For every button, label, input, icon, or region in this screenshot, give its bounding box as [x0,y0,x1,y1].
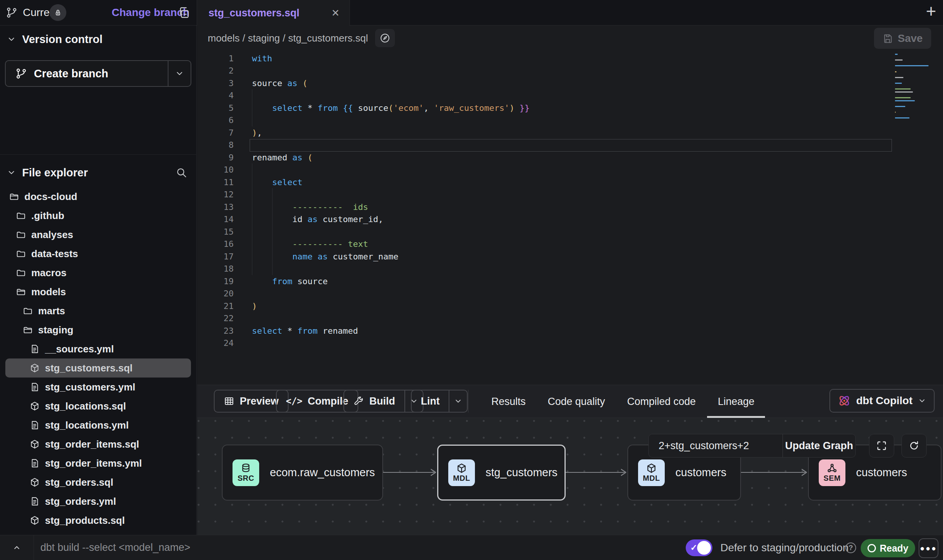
copy-branch-button[interactable] [178,6,192,20]
branch-locked-badge [50,4,66,21]
line-number: 15 [197,227,234,237]
lineage-node-ecom.raw_customers[interactable]: SRCecom.raw_customers [222,445,383,501]
code-line-17[interactable]: 17 name as customer_name [197,250,943,263]
ready-status-button[interactable]: Ready [861,539,915,557]
sidebar: Version control Create branch File explo… [0,26,197,535]
more-options-button[interactable]: ●●● [919,538,938,558]
model-cube-icon [30,401,40,411]
code-line-19[interactable]: 19 from source [197,275,943,288]
file-search-button[interactable] [176,167,188,179]
code-line-2[interactable]: 2 [197,65,943,77]
new-tab-button[interactable]: + [926,1,936,21]
tab-stg-customers-sql[interactable]: stg_customers.sql ✕ [197,0,350,26]
code-editor[interactable]: 1with23source as (45 select * from {{ so… [197,51,943,385]
file-tree-item-docs-cloud[interactable]: docs-cloud [5,187,191,206]
code-line-15[interactable]: 15 [197,226,943,238]
file-tree-item-stg_locations.yml[interactable]: stg_locations.yml [5,416,191,435]
create-branch-button[interactable]: Create branch [5,60,191,87]
folder-open-icon [23,325,33,335]
file-tree-item-stg_orders.yml[interactable]: stg_orders.yml [5,492,191,511]
code-line-22[interactable]: 22 [197,312,943,325]
panel-tab-code-quality[interactable]: Code quality [548,385,605,418]
file-tree-item-stg_customers.yml[interactable]: stg_customers.yml [5,378,191,397]
model-cube-icon [30,477,40,487]
line-number: 23 [197,326,234,336]
file-tree-item-staging[interactable]: staging [5,320,191,339]
line-content: select * from renamed [252,326,358,336]
defer-toggle[interactable]: ✓ [686,539,712,556]
code-line-9[interactable]: 9renamed as ( [197,151,943,164]
save-button[interactable]: Save [874,28,931,49]
node-type-badge: MDL [638,459,665,486]
lint-dropdown[interactable] [449,390,467,412]
panel-tab-results[interactable]: Results [491,385,526,418]
file-tree-item-analyses[interactable]: analyses [5,225,191,244]
file-tree-item-stg_orders.sql[interactable]: stg_orders.sql [5,473,191,492]
lint-button[interactable]: Lint [411,390,468,413]
yaml-file-icon [30,344,40,354]
code-line-13[interactable]: 13 ---------- ids [197,201,943,213]
code-lines: 1with23source as (45 select * from {{ so… [197,52,943,349]
file-name: .github [31,210,64,222]
model-cube-icon [30,439,40,449]
file-tree-item-stg_order_items.yml[interactable]: stg_order_items.yml [5,454,191,473]
code-line-6[interactable]: 6 [197,114,943,127]
expand-command-bar-button[interactable] [8,535,25,560]
code-line-1[interactable]: 1with [197,52,943,65]
code-line-20[interactable]: 20 [197,288,943,300]
file-tree-item-stg_order_items.sql[interactable]: stg_order_items.sql [5,435,191,454]
code-line-3[interactable]: 3source as ( [197,77,943,90]
lineage-refresh-button[interactable] [901,434,927,458]
line-number: 17 [197,252,234,261]
file-tree-item-stg_products.sql[interactable]: stg_products.sql [5,511,191,530]
chevron-down-icon [7,168,16,177]
tab-close-icon[interactable]: ✕ [331,8,340,18]
line-number: 18 [197,264,234,274]
lineage-selector-input[interactable] [649,434,783,457]
file-tree-item-.github[interactable]: .github [5,206,191,225]
file-tree-item-stg_customers.sql[interactable]: stg_customers.sql [5,358,191,378]
version-control-header[interactable]: Version control [0,30,196,48]
code-line-5[interactable]: 5 select * from {{ source('ecom', 'raw_c… [197,102,943,114]
code-line-11[interactable]: 11 select [197,176,943,189]
file-explorer-header[interactable]: File explorer [0,163,196,182]
line-number: 13 [197,202,234,212]
create-branch-dropdown[interactable] [168,61,191,86]
file-tree-item-marts[interactable]: marts [5,301,191,320]
line-content: id as customer_id, [252,214,383,224]
dbt-copilot-button[interactable]: dbt Copilot [829,389,935,413]
code-line-14[interactable]: 14 id as customer_id, [197,213,943,226]
file-tree-item-stg_locations.sql[interactable]: stg_locations.sql [5,397,191,416]
editor-action-bar: Preview </> Compile Build Lint ResultsCo… [197,385,943,418]
code-line-23[interactable]: 23select * from renamed [197,325,943,337]
update-graph-button[interactable]: Update Graph [783,434,855,457]
panel-tab-compiled-code[interactable]: Compiled code [627,385,696,418]
line-number: 21 [197,301,234,311]
help-icon[interactable]: ? [845,542,856,553]
code-line-18[interactable]: 18 [197,263,943,275]
lineage-fullscreen-button[interactable] [869,434,894,458]
code-line-4[interactable]: 4 [197,90,943,102]
command-input[interactable]: dbt build --select <model_name> [40,535,190,560]
line-number: 8 [197,140,234,150]
file-tree-item-data-tests[interactable]: data-tests [5,244,191,263]
file-tree-item-__sources.yml[interactable]: __sources.yml [5,339,191,358]
node-label: customers [856,466,907,479]
file-tree-item-models[interactable]: models [5,282,191,301]
code-line-24[interactable]: 24 [197,337,943,350]
code-line-7[interactable]: 7), [197,126,943,139]
file-tree-item-macros[interactable]: macros [5,263,191,282]
code-line-16[interactable]: 16 ---------- text [197,238,943,251]
dbt-copilot-label: dbt Copilot [856,395,913,407]
minimap[interactable] [895,54,932,123]
copy-path-button[interactable] [375,29,395,47]
node-label: customers [675,466,726,479]
indent-guide [252,163,252,275]
code-line-10[interactable]: 10 [197,164,943,176]
panel-tab-lineage[interactable]: Lineage [718,385,754,418]
lock-icon [54,8,62,17]
line-content: select [252,178,302,187]
code-line-12[interactable]: 12 [197,189,943,201]
code-line-21[interactable]: 21) [197,300,943,312]
lineage-node-stg_customers[interactable]: MDLstg_customers [437,445,566,501]
